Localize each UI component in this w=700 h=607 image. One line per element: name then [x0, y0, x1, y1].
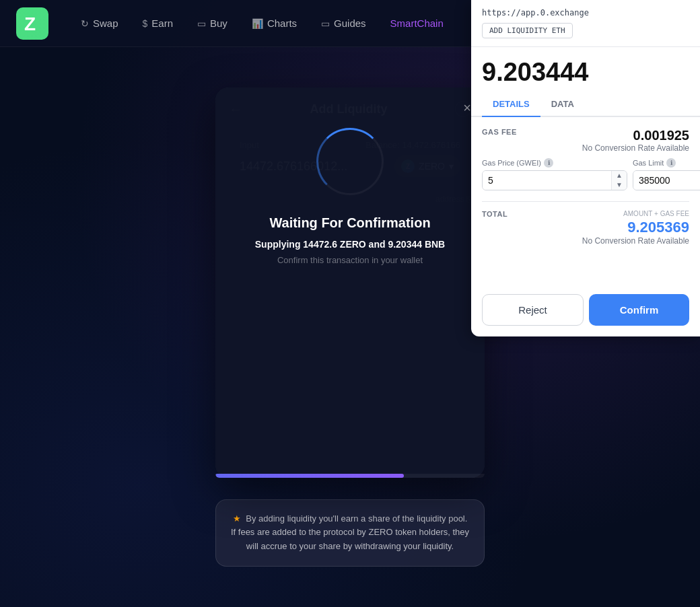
wallet-popup: https://app.0.exchange ADD LIQUIDITY ETH…	[471, 0, 700, 336]
total-right: AMOUNT + GAS FEE 9.205369 No Conversion …	[582, 210, 689, 246]
logo[interactable]: Z	[16, 7, 48, 40]
total-value: 9.205369	[582, 219, 689, 236]
gas-fee-sub: No Conversion Rate Available	[582, 143, 689, 153]
nav-label-smartchain: SmartChain	[390, 17, 444, 29]
loading-spinner	[316, 128, 384, 195]
waiting-subtitle: Supplying 14472.6 ZERO and 9.20344 BNB	[255, 239, 445, 250]
gas-section: GAS FEE 0.001925 No Conversion Rate Avai…	[482, 128, 689, 190]
gas-limit-group: Gas Limit ℹ ▲ ▼	[633, 158, 700, 190]
nav-item-buy[interactable]: ▭ Buy	[186, 12, 238, 34]
gas-limit-label: Gas Limit ℹ	[633, 158, 700, 168]
gas-limit-input-wrapper: ▲ ▼	[633, 170, 700, 190]
gas-row: GAS FEE 0.001925 No Conversion Rate Avai…	[482, 128, 689, 153]
nav-links: ↻ Swap $ Earn ▭ Buy 📊 Charts ▭ Guides Sm…	[70, 12, 454, 34]
confirm-button[interactable]: Confirm	[589, 294, 689, 326]
waiting-description: Confirm this transaction in your wallet	[277, 255, 423, 265]
gas-fee-label: GAS FEE	[482, 128, 517, 136]
spinner-container	[316, 128, 384, 195]
gas-limit-info-icon[interactable]: ℹ	[666, 158, 676, 168]
close-button[interactable]: ×	[463, 101, 471, 114]
svg-text:Z: Z	[24, 13, 36, 34]
nav-label-charts: Charts	[267, 17, 297, 29]
guides-icon: ▭	[321, 18, 330, 29]
badge-label: ADD LIQUIDITY ETH	[489, 26, 565, 35]
divider	[482, 201, 689, 202]
gas-price-up-button[interactable]: ▲	[612, 171, 627, 180]
tab-details[interactable]: DETAILS	[482, 92, 540, 117]
info-text: By adding liquidity you'll earn a share …	[231, 513, 469, 552]
progress-bar	[215, 474, 485, 478]
total-section: TOTAL AMOUNT + GAS FEE 9.205369 No Conve…	[482, 210, 689, 246]
add-liquidity-badge[interactable]: ADD LIQUIDITY ETH	[482, 23, 573, 38]
reject-button[interactable]: Reject	[482, 294, 584, 326]
star-icon: ★	[233, 513, 241, 524]
wallet-url-bar: https://app.0.exchange ADD LIQUIDITY ETH	[471, 0, 700, 47]
wallet-url: https://app.0.exchange	[482, 8, 689, 17]
gas-fee-value: 0.001925	[582, 128, 689, 143]
gas-fee-right: 0.001925 No Conversion Rate Available	[582, 128, 689, 153]
wallet-amount: 9.203444	[471, 47, 700, 92]
liquidity-modal: ← Add Liquidity ? Input Balance: 14,472.…	[215, 87, 485, 478]
total-row: TOTAL AMOUNT + GAS FEE 9.205369 No Conve…	[482, 210, 689, 246]
nav-item-swap[interactable]: ↻ Swap	[70, 12, 129, 34]
nav-item-smartchain[interactable]: SmartChain	[380, 12, 454, 34]
buy-icon: ▭	[197, 18, 206, 29]
total-label: TOTAL	[482, 210, 508, 218]
nav-item-guides[interactable]: ▭ Guides	[310, 12, 377, 34]
wallet-tabs: DETAILS DATA	[471, 92, 700, 117]
gas-price-arrows: ▲ ▼	[611, 171, 627, 190]
earn-icon: $	[143, 18, 148, 29]
gas-price-group: Gas Price (GWEI) ℹ ▲ ▼	[482, 158, 627, 190]
progress-fill	[215, 474, 404, 478]
gas-inputs-row: Gas Price (GWEI) ℹ ▲ ▼ Gas Limit ℹ	[482, 158, 689, 190]
total-sub: No Conversion Rate Available	[582, 236, 689, 246]
gas-limit-input[interactable]	[633, 171, 700, 190]
amount-gas-label: AMOUNT + GAS FEE	[582, 210, 689, 217]
nav-item-charts[interactable]: 📊 Charts	[241, 12, 308, 34]
wallet-content: GAS FEE 0.001925 No Conversion Rate Avai…	[471, 117, 700, 286]
nav-item-earn[interactable]: $ Earn	[132, 12, 184, 34]
gas-price-label: Gas Price (GWEI) ℹ	[482, 158, 627, 168]
nav-label-swap: Swap	[93, 17, 118, 29]
info-box: ★ By adding liquidity you'll earn a shar…	[215, 499, 485, 567]
waiting-overlay: × Waiting For Confirmation Supplying 144…	[215, 87, 485, 478]
tab-data[interactable]: DATA	[540, 92, 585, 117]
nav-label-earn: Earn	[151, 17, 173, 29]
nav-label-buy: Buy	[210, 17, 228, 29]
gas-price-down-button[interactable]: ▼	[612, 180, 627, 190]
gas-price-input[interactable]	[483, 171, 611, 190]
waiting-title: Waiting For Confirmation	[269, 215, 430, 231]
nav-label-guides: Guides	[334, 17, 366, 29]
wallet-actions: Reject Confirm	[471, 286, 700, 336]
charts-icon: 📊	[252, 18, 263, 29]
gas-price-info-icon[interactable]: ℹ	[544, 158, 553, 168]
swap-icon: ↻	[81, 18, 89, 29]
gas-price-input-wrapper: ▲ ▼	[482, 170, 627, 190]
